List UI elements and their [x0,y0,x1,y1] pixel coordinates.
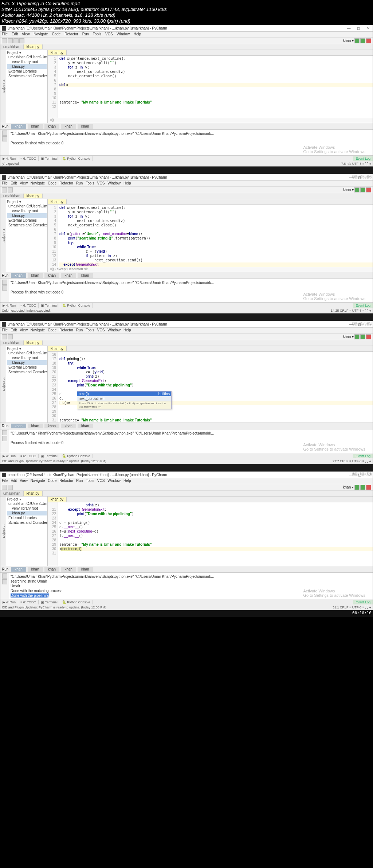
run-button[interactable] [354,485,360,490]
run-tab[interactable]: khan [44,124,60,129]
terminal-tool-btn[interactable]: ▣ Terminal [39,303,60,308]
stop-button[interactable] [366,485,371,490]
menu-window[interactable]: Window [106,328,122,332]
run-output[interactable]: "C:\Users\Umair Khan\PycharmProjects\uma… [9,429,373,453]
project-tab[interactable]: 1: Project [0,346,6,423]
menu-view[interactable]: View [18,328,29,332]
run-tool-btn[interactable]: ▶ 4: Run [0,303,18,308]
menu-refactor[interactable]: Refactor [58,478,75,483]
menu-refactor[interactable]: Refactor [58,181,75,186]
editor-tab[interactable]: khan.py [48,346,67,351]
menu-code[interactable]: Code [46,478,58,483]
editor[interactable]: 16171819202122232425262728293031 def pri… [48,352,373,423]
tree-khan-py[interactable]: khan.py [7,64,47,69]
menu-navigate[interactable]: Navigate [29,328,46,332]
menu-help[interactable]: Help [122,328,133,332]
menu-file[interactable]: File [0,478,9,483]
crumb-project[interactable]: umairkhan [0,194,24,198]
run-tab[interactable]: khan [11,273,26,278]
terminal-tool-btn[interactable]: ▣ Terminal [39,454,60,458]
menu-edit[interactable]: Edit [9,478,18,483]
save-icon[interactable] [8,38,13,43]
run-tab[interactable]: khan [78,273,93,278]
save-icon[interactable] [8,187,13,192]
maximize-button[interactable]: ◻ [354,26,363,30]
menu-run[interactable]: Run [75,328,84,332]
menu-tools[interactable]: Tools [91,32,103,36]
menu-view[interactable]: View [18,478,29,483]
code-content[interactable]: print(z) except GeneratorExit: print("Do… [58,502,373,566]
editor[interactable]: 123456789101112131415 def x(sentence,nex… [48,205,373,267]
menu-navigate[interactable]: Navigate [29,478,46,483]
menu-run[interactable]: Run [75,181,84,186]
code-content[interactable]: def x(sentence,next_coroutine): y = sent… [58,56,373,118]
run-tab[interactable]: khan [11,424,26,428]
run-tool-btn[interactable]: ▶ 4: Run [0,156,18,161]
run-button[interactable] [354,187,360,192]
tree-root[interactable]: umairkhan C:\Users\Umair Khan\Py [7,55,47,59]
tree-scratches[interactable]: Scratches and Consoles [7,74,47,78]
menu-help[interactable]: Help [122,181,133,186]
tree-venv[interactable]: venv library root [7,506,47,511]
open-icon[interactable] [2,485,7,490]
run-tab[interactable]: khan [28,424,43,428]
run-config-label[interactable]: khan ▾ [343,188,354,192]
menu-window[interactable]: Window [115,32,131,36]
project-tab[interactable]: 1: Project [0,50,6,123]
crumb-file[interactable]: khan.py [24,340,43,345]
fwd-icon[interactable] [19,38,24,43]
menu-tools[interactable]: Tools [84,478,95,483]
run-tab[interactable]: khan [28,273,43,278]
project-view-selector[interactable]: Project ▾ [7,51,47,55]
menu-code[interactable]: Code [50,32,62,36]
run-tool-btn[interactable]: ▶ 4: Run [0,454,18,458]
minimize-button[interactable]: — [344,26,353,30]
run-tab[interactable]: khan [28,567,43,572]
tree-venv[interactable]: venv library root [7,209,47,213]
debug-button[interactable] [360,187,365,192]
project-view-selector[interactable]: Project ▾ [7,497,47,501]
tree-scratches[interactable]: Scratches and Consoles [7,370,47,374]
run-tab[interactable]: khan [78,424,93,428]
menu-window[interactable]: Window [106,181,122,186]
menu-help[interactable]: Help [132,32,143,36]
menu-navigate[interactable]: Navigate [32,32,49,36]
editor[interactable]: 123456789101112 def x(sentence,next_coro… [48,56,373,118]
tree-khan-py[interactable]: khan.py [7,213,47,218]
menu-view[interactable]: View [18,181,29,186]
code-content[interactable]: def x(sentence,next_coroutine): y = sent… [58,205,373,267]
editor-tab[interactable]: khan.py [48,50,67,55]
crumb-file[interactable]: khan.py [24,44,43,49]
stop-run-button[interactable] [2,436,7,441]
tree-root[interactable]: umairkhan C:\Users\Umair Khan\Py [7,204,47,209]
rerun-button[interactable] [2,280,7,285]
menu-file[interactable]: File [0,32,9,36]
menu-refactor[interactable]: Refactor [63,32,80,36]
run-output[interactable]: "C:\Users\Umair Khan\PycharmProjects\uma… [9,130,373,155]
menu-code[interactable]: Code [46,181,58,186]
menu-window[interactable]: Window [106,478,122,483]
close-button[interactable]: ✕ [364,26,373,30]
editor[interactable]: 2122232425262728293031 print(z) except G… [48,502,373,566]
menu-vcs[interactable]: VCS [96,181,106,186]
crumb-project[interactable]: umairkhan [0,491,24,496]
menu-refactor[interactable]: Refactor [58,328,75,332]
project-tab[interactable]: 1: Project [0,199,6,272]
open-icon[interactable] [2,38,7,43]
run-tab[interactable]: khan [61,273,76,278]
menu-vcs[interactable]: VCS [96,478,106,483]
debug-button[interactable] [360,38,365,43]
project-view-selector[interactable]: Project ▾ [7,200,47,204]
run-tab[interactable]: khan [44,567,60,572]
terminal-tool-btn[interactable]: ▣ Terminal [39,600,60,604]
menu-edit[interactable]: Edit [9,328,18,332]
run-tool-btn[interactable]: ▶ 4: Run [0,600,18,604]
tree-ext-libs[interactable]: External Libraries [7,218,47,223]
tree-venv[interactable]: venv library root [7,355,47,360]
ac-item[interactable]: next(i)builtins [77,392,171,396]
menubar[interactable]: FileEditViewNavigateCodeRefactorRunTools… [0,181,373,187]
run-tab[interactable]: khan [28,124,43,129]
crumb-file[interactable]: khan.py [24,194,43,198]
stop-run-button[interactable] [2,136,7,141]
python-console-btn[interactable]: 🐍 Python Console [60,303,93,308]
